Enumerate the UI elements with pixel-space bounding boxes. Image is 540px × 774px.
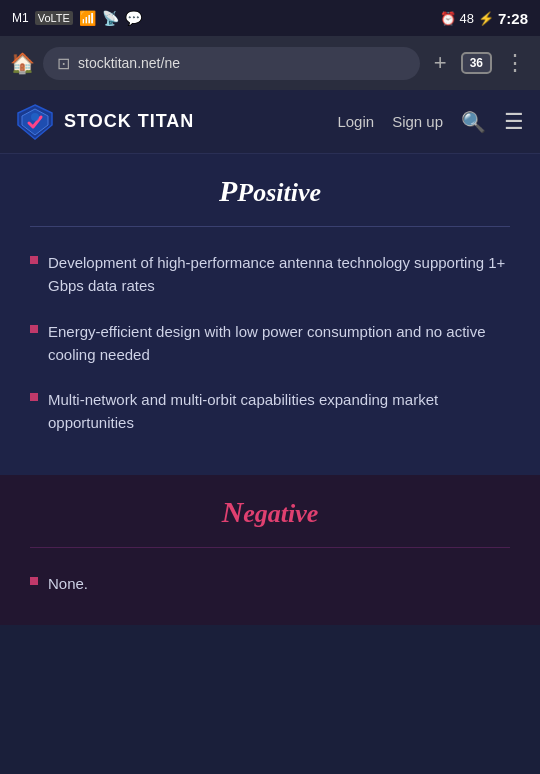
negative-divider <box>30 547 510 548</box>
main-content: PPositive Development of high-performanc… <box>0 154 540 625</box>
new-tab-button[interactable]: + <box>428 48 453 78</box>
search-icon[interactable]: 🔍 <box>461 110 486 134</box>
bullet-icon <box>30 256 38 264</box>
positive-item-2: Energy-efficient design with low power c… <box>48 320 510 367</box>
negative-bullet-list: None. <box>30 572 510 595</box>
battery-level: 48 <box>460 11 474 26</box>
positive-divider <box>30 226 510 227</box>
login-link[interactable]: Login <box>337 113 374 130</box>
bullet-icon <box>30 393 38 401</box>
time-display: 7:28 <box>498 10 528 27</box>
browser-chrome: 🏠 ⊡ stocktitan.net/ne + 36 ⋮ <box>0 36 540 90</box>
status-bar: M1 VoLTE 📶 📡 💬 ⏰ 48 ⚡ 7:28 <box>0 0 540 36</box>
negative-title: Negative <box>30 495 510 529</box>
positive-bullet-list: Development of high-performance antenna … <box>30 251 510 435</box>
home-icon[interactable]: 🏠 <box>10 51 35 75</box>
signal-icon: 📶 <box>79 10 96 26</box>
bullet-icon <box>30 577 38 585</box>
positive-item-3: Multi-network and multi-orbit capabiliti… <box>48 388 510 435</box>
status-left: M1 VoLTE 📶 📡 💬 <box>12 10 142 26</box>
signup-link[interactable]: Sign up <box>392 113 443 130</box>
charging-icon: ⚡ <box>478 11 494 26</box>
logo-text: STOCK TITAN <box>64 111 194 132</box>
list-item: Energy-efficient design with low power c… <box>30 320 510 367</box>
alarm-icon: ⏰ <box>440 11 456 26</box>
positive-title: PPositive <box>30 174 510 208</box>
positive-item-1: Development of high-performance antenna … <box>48 251 510 298</box>
hamburger-menu-icon[interactable]: ☰ <box>504 109 524 135</box>
address-text[interactable]: stocktitan.net/ne <box>78 55 406 71</box>
nav-bar: STOCK TITAN Login Sign up 🔍 ☰ <box>0 90 540 154</box>
negative-section: Negative None. <box>0 475 540 625</box>
wifi-icon: 📡 <box>102 10 119 26</box>
browser-menu-button[interactable]: ⋮ <box>500 48 530 78</box>
status-right: ⏰ 48 ⚡ 7:28 <box>440 10 529 27</box>
nav-links: Login Sign up 🔍 ☰ <box>337 109 524 135</box>
tabs-count-badge[interactable]: 36 <box>461 52 492 74</box>
positive-section: PPositive Development of high-performanc… <box>0 154 540 475</box>
negative-item-1: None. <box>48 572 88 595</box>
battery-indicator: 48 <box>460 11 474 26</box>
logo-icon <box>16 103 54 141</box>
whatsapp-icon: 💬 <box>125 10 142 26</box>
logo-container: STOCK TITAN <box>16 103 337 141</box>
list-item: Multi-network and multi-orbit capabiliti… <box>30 388 510 435</box>
volte-badge: VoLTE <box>35 11 73 25</box>
list-item: None. <box>30 572 510 595</box>
carrier-label: M1 <box>12 11 29 25</box>
address-bar[interactable]: ⊡ stocktitan.net/ne <box>43 47 420 80</box>
bullet-icon <box>30 325 38 333</box>
site-info-icon: ⊡ <box>57 54 70 73</box>
svg-point-2 <box>31 113 39 121</box>
list-item: Development of high-performance antenna … <box>30 251 510 298</box>
